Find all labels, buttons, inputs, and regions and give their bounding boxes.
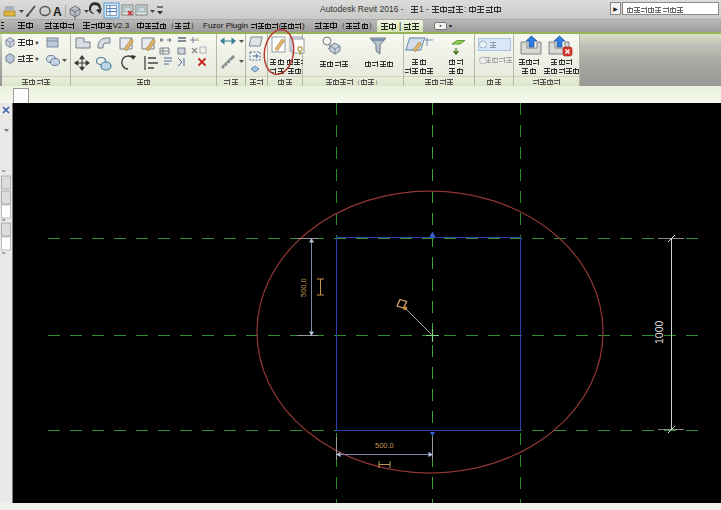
svg-text:500.0: 500.0 — [375, 441, 394, 450]
svg-text:≈: ≈ — [2, 168, 6, 174]
svg-text:500.0: 500.0 — [299, 278, 308, 297]
svg-text:1000: 1000 — [653, 320, 665, 344]
svg-text:≈: ≈ — [2, 250, 6, 256]
